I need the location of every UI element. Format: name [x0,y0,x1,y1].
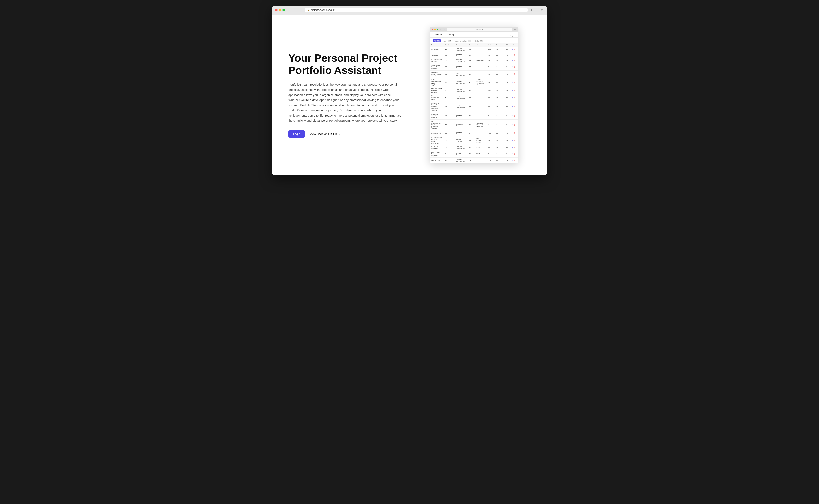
app-tab-skills[interactable]: Skills36 [473,39,485,43]
col-header-workdays: Workdays [444,43,454,47]
app-address-bar: localhost [447,28,512,31]
hero-description: PortfolioStream revolutionizes the way y… [289,82,401,123]
sidebar-toggle[interactable] [288,9,291,11]
app-tab-missing-content[interactable]: Missing content11 [453,39,473,43]
edit-icon[interactable]: ✏ [512,73,513,75]
nav-logout[interactable]: Logout [510,35,516,37]
share-button[interactable]: ⬆ [530,8,533,12]
delete-icon[interactable]: 🗑 [514,66,515,68]
nav-new-project[interactable]: New Project [446,34,456,37]
hero-title: Your Personal Project Portfolio Assistan… [289,52,401,76]
edit-icon[interactable]: ✏ [512,159,513,161]
page-content: Your Personal Project Portfolio Assistan… [272,15,547,175]
edit-icon[interactable]: ✏ [512,66,513,68]
minimize-button[interactable] [279,9,281,11]
table-row: Personal Websites Archive16Software Deve… [430,112,518,120]
delete-icon[interactable]: 🗑 [514,153,515,155]
app-tab-active[interactable]: Active17 [441,39,453,43]
table-row: Claim Management Web-Application200Softw… [430,78,518,87]
app-right-btns: ↻ [514,28,516,31]
right-side: ‹ › localhost ↻ Dashboard New Project [418,27,530,163]
app-chrome: ‹ › localhost ↻ [430,27,518,32]
traffic-lights [275,9,285,11]
delete-icon[interactable]: 🗑 [514,115,515,117]
login-button[interactable]: Login [289,130,305,138]
col-header-client: Client [475,43,487,47]
browser-actions: ⬆ + ⊞ [530,8,544,12]
table-row: SAP EPhR Upgrade70Software Development26… [430,145,518,150]
delete-icon[interactable]: 🗑 [514,81,515,83]
extensions-button[interactable]: ⊞ [540,8,544,12]
delete-icon[interactable]: 🗑 [514,132,515,134]
table-row: SAP S4/HANA Proof of Concept Conversion1… [430,136,518,145]
table-row: UpToDate55Software Development63YesNoNo✏… [430,47,518,52]
edit-icon[interactable]: ✏ [512,54,513,56]
cta-row: Login View Code on GitHub → [289,130,401,138]
app-nav-btns: ‹ › [439,28,446,31]
table-row: Computer Now30Software Development27YesN… [430,130,518,136]
table-row: SAP HANA Database Upgrade2System Convers… [430,150,518,158]
app-back: ‹ [439,28,442,31]
delete-icon[interactable]: 🗑 [514,159,515,161]
delete-icon[interactable]: 🗑 [514,97,515,99]
browser-window: ‹ › 🔒 projects.hagn.network ⬆ + ⊞ Your P… [272,6,547,175]
edit-icon[interactable]: ✏ [512,140,513,141]
delete-icon[interactable]: 🗑 [514,54,515,56]
projects-table: Project NameWorkdaysCategoryScoreClientA… [430,43,518,163]
table-row: SAP S4/HANA Migration300Software Develop… [430,58,518,63]
col-header-active: Active [487,43,494,47]
browser-chrome: ‹ › 🔒 projects.hagn.network ⬆ + ⊞ [272,6,547,15]
app-close [432,29,433,30]
delete-icon[interactable]: 🗑 [514,124,515,126]
close-button[interactable] [275,9,278,11]
edit-icon[interactable]: ✏ [512,106,513,108]
app-minimize [434,29,436,30]
table-row: Angular And Laravel Projects30Software D… [430,63,518,71]
edit-icon[interactable]: ✏ [512,60,513,61]
delete-icon[interactable]: 🗑 [514,49,515,51]
edit-icon[interactable]: ✏ [512,90,513,91]
col-header-cv: CV [504,43,510,47]
edit-icon[interactable]: ✏ [512,153,513,155]
app-body: Dashboard New Project Logout All37Active… [430,32,518,163]
table-row: Maximilian Hagn Portfolio Website16Web D… [430,71,518,78]
app-nav-links: Dashboard New Project [432,34,456,37]
maximize-button[interactable] [282,9,285,11]
app-tab-all[interactable]: All37 [432,39,441,42]
github-link[interactable]: View Code on GitHub → [310,132,341,136]
app-forward: › [443,28,446,31]
col-header-category: Category [454,43,467,47]
edit-icon[interactable]: ✏ [512,97,513,99]
app-screenshot: ‹ › localhost ↻ Dashboard New Project [430,27,518,163]
nav-dashboard[interactable]: Dashboard [432,34,442,37]
col-header-project-name: Project Name [430,43,444,47]
delete-icon[interactable]: 🗑 [514,73,515,75]
col-header-reviewed: Reviewed [494,43,504,47]
delete-icon[interactable]: 🗑 [514,106,515,108]
table-row: Compiler Construction LLVM5Low Level Dev… [430,94,518,101]
table-row: Ticketline18Software Development55NoNoNo… [430,52,518,58]
edit-icon[interactable]: ✏ [512,124,513,126]
edit-icon[interactable]: ✏ [512,81,513,83]
app-maximize [437,29,438,30]
edit-icon[interactable]: ✏ [512,132,513,134]
table-row: Vacajournal40Software Development26YesNo… [430,158,518,163]
left-side: Your Personal Project Portfolio Assistan… [289,52,401,138]
delete-icon[interactable]: 🗑 [514,90,515,91]
address-bar[interactable]: 🔒 projects.hagn.network [305,8,528,12]
back-button[interactable]: ‹ [294,8,298,12]
edit-icon[interactable]: ✏ [512,115,513,117]
delete-icon[interactable]: 🗑 [514,140,515,141]
forward-button[interactable]: › [299,8,303,12]
delete-icon[interactable]: 🗑 [514,60,515,61]
app-header: Dashboard New Project Logout [430,32,518,38]
edit-icon[interactable]: ✏ [512,49,513,51]
url-text: projects.hagn.network [311,9,334,11]
table-row: Marlene Stanzl Portfolio Website5Softwar… [430,87,518,94]
delete-icon[interactable]: 🗑 [514,147,515,149]
new-tab-button[interactable]: + [535,8,539,12]
browser-nav: ‹ › [294,8,303,12]
edit-icon[interactable]: ✏ [512,147,513,149]
table-row: MPI Performance Guidelines (Bachelor The… [430,120,518,130]
lock-icon: 🔒 [307,9,310,11]
